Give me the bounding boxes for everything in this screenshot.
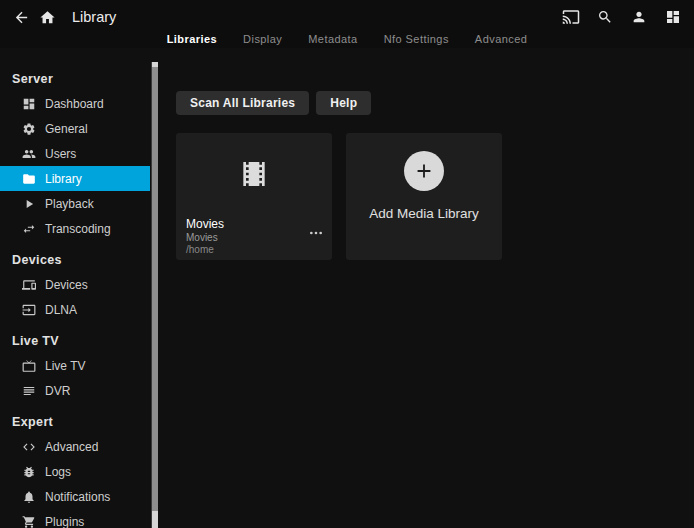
back-button[interactable]: [8, 6, 34, 28]
sidebar-item-label: Transcoding: [45, 222, 111, 236]
sidebar-item-label: Logs: [45, 465, 71, 479]
home-icon: [39, 9, 56, 26]
user-button[interactable]: [626, 6, 652, 28]
input-icon: [22, 303, 36, 317]
topbar-actions: [558, 6, 686, 28]
sidebar-item-label: General: [45, 122, 88, 136]
dashboard-button[interactable]: [660, 6, 686, 28]
cart-icon: [22, 515, 36, 528]
sidebar-item-devices[interactable]: Devices: [0, 272, 150, 297]
dvr-list-icon: [22, 384, 36, 398]
sidebar-item-notifications[interactable]: Notifications: [0, 484, 150, 509]
dashboard-icon: [22, 97, 36, 111]
film-strip-icon: [238, 158, 270, 190]
dashboard-grid-icon: [665, 9, 681, 25]
tab-metadata[interactable]: Metadata: [308, 33, 357, 45]
sidebar-section-server: Server: [0, 70, 158, 88]
devices-icon: [22, 278, 36, 292]
library-card-title: Movies: [186, 217, 322, 231]
cast-button[interactable]: [558, 6, 584, 28]
sidebar-item-label: Playback: [45, 197, 94, 211]
sidebar-section-expert: Expert: [0, 413, 158, 431]
library-card-type: Movies: [186, 232, 322, 244]
search-icon: [597, 9, 613, 25]
tab-advanced[interactable]: Advanced: [475, 33, 527, 45]
page-title: Library: [72, 9, 116, 25]
live-tv-icon: [22, 359, 36, 373]
library-cards: Movies Movies /home Add M: [176, 133, 694, 260]
users-icon: [22, 147, 36, 161]
sidebar-item-label: DLNA: [45, 303, 77, 317]
help-button[interactable]: Help: [316, 91, 371, 115]
sidebar-item-label: Library: [45, 172, 82, 186]
sidebar-item-dlna[interactable]: DLNA: [0, 297, 150, 322]
library-card-menu-button[interactable]: [306, 225, 326, 241]
add-circle: [404, 151, 444, 191]
add-media-library-label: Add Media Library: [369, 206, 479, 221]
top-bar-row: Library: [0, 0, 694, 30]
library-card-path: /home: [186, 244, 322, 256]
library-actions: Scan All Libraries Help: [176, 91, 694, 115]
sidebar-item-logs[interactable]: Logs: [0, 459, 150, 484]
tab-display[interactable]: Display: [243, 33, 282, 45]
sidebar-item-label: Devices: [45, 278, 88, 292]
sidebar-item-live-tv[interactable]: Live TV: [0, 353, 150, 378]
sidebar-item-label: Plugins: [45, 515, 84, 528]
sidebar-item-label: Users: [45, 147, 76, 161]
code-icon: [22, 440, 36, 454]
sidebar-item-label: Advanced: [45, 440, 98, 454]
folder-icon: [22, 172, 36, 186]
sidebar-section-devices: Devices: [0, 251, 158, 269]
sidebar-item-library[interactable]: Library: [0, 166, 150, 191]
settings-icon: [22, 122, 36, 136]
sidebar-item-dashboard[interactable]: Dashboard: [0, 91, 150, 116]
tab-libraries[interactable]: Libraries: [167, 33, 217, 45]
top-bar: Library: [0, 0, 694, 48]
sidebar-item-transcoding[interactable]: Transcoding: [0, 216, 150, 241]
arrow-back-icon: [13, 9, 30, 26]
sidebar-item-label: Dashboard: [45, 97, 104, 111]
add-media-library-card[interactable]: Add Media Library: [346, 133, 502, 260]
sidebar-item-playback[interactable]: Playback: [0, 191, 150, 216]
library-card-movies[interactable]: Movies Movies /home: [176, 133, 332, 260]
library-card-image-area: [176, 133, 332, 215]
sidebar-item-label: Live TV: [45, 359, 85, 373]
page-layout: Server Dashboard General Users Library: [0, 48, 694, 528]
admin-sidebar: Server Dashboard General Users Library: [0, 48, 158, 528]
settings-tabs: Libraries Display Metadata Nfo Settings …: [0, 30, 694, 48]
more-horiz-icon: [308, 225, 324, 241]
sidebar-item-advanced[interactable]: Advanced: [0, 434, 150, 459]
play-icon: [22, 197, 36, 211]
transcode-icon: [22, 222, 36, 236]
user-icon: [631, 9, 647, 25]
cast-icon: [562, 8, 580, 26]
sidebar-item-general[interactable]: General: [0, 116, 150, 141]
library-card-text: Movies Movies /home: [176, 215, 332, 256]
sidebar-item-dvr[interactable]: DVR: [0, 378, 150, 403]
sidebar-item-users[interactable]: Users: [0, 141, 150, 166]
bell-icon: [22, 490, 36, 504]
library-settings-panel: Scan All Libraries Help Movies Movies /h…: [158, 48, 694, 528]
sidebar-item-plugins[interactable]: Plugins: [0, 509, 150, 528]
sidebar-scrollbar[interactable]: [151, 62, 158, 528]
sidebar-scrollbar-thumb[interactable]: [152, 67, 158, 511]
bug-icon: [22, 465, 36, 479]
scan-all-libraries-button[interactable]: Scan All Libraries: [176, 91, 309, 115]
sidebar-section-live-tv: Live TV: [0, 332, 158, 350]
search-button[interactable]: [592, 6, 618, 28]
plus-icon: [413, 160, 435, 182]
sidebar-item-label: DVR: [45, 384, 70, 398]
tab-nfo-settings[interactable]: Nfo Settings: [384, 33, 449, 45]
sidebar-item-label: Notifications: [45, 490, 110, 504]
home-button[interactable]: [34, 6, 60, 28]
